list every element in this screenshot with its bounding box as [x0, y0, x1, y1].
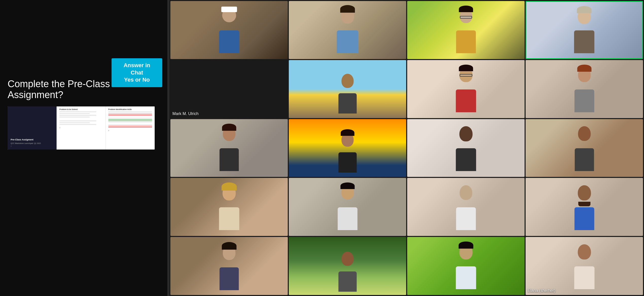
slide-right-line-10 — [108, 126, 152, 126]
presentation-panel: Answer in Chat Yes or No Complete the Pr… — [0, 0, 167, 296]
video-cell-3[interactable] — [407, 1, 525, 59]
video-cell-11[interactable] — [407, 119, 525, 177]
slide-line-6 — [59, 122, 90, 123]
slide-left-section: Pre-Class Assigment QCC Blackstone Launc… — [8, 106, 57, 150]
video-cell-16[interactable] — [526, 178, 643, 236]
slide-line-4 — [59, 117, 90, 118]
slide-section1-title: Problem to be Solved — [59, 108, 103, 110]
video-cell-2[interactable] — [289, 1, 406, 59]
video-cell-10[interactable] — [289, 119, 406, 177]
video-cell-13[interactable] — [170, 178, 288, 236]
video-cell-4[interactable] — [526, 1, 643, 59]
video-cell-12[interactable] — [526, 119, 643, 177]
slide-right-line-9 — [108, 124, 152, 125]
video-cell-20[interactable]: Elana (she/her) — [526, 237, 643, 295]
presentation-area: Answer in Chat Yes or No Complete the Pr… — [0, 0, 167, 296]
slide-right-line-2 — [108, 113, 152, 113]
video-cell-8[interactable] — [526, 60, 643, 118]
slide-line-2 — [59, 113, 90, 114]
slide-line-7 — [59, 124, 96, 125]
answer-chat-line1: Answer in Chat — [123, 62, 150, 76]
video-cell-1[interactable] — [170, 1, 288, 59]
slide-page-num: 2 — [11, 145, 12, 147]
slide-right-line-11 — [108, 127, 152, 128]
slide-line-5 — [59, 120, 96, 121]
slide-right-section: Problem Identification Aclib 3 — [106, 106, 155, 150]
panel-divider — [167, 0, 169, 296]
slide-line-3 — [59, 115, 96, 116]
slide-right-line-1 — [108, 111, 152, 112]
participant-name-mark: Mark M. Ulrich — [172, 112, 199, 116]
slide-line-1 — [59, 111, 96, 112]
slide-thumbnail: Pre-Class Assigment QCC Blackstone Launc… — [8, 106, 155, 150]
video-cell-18[interactable] — [289, 237, 406, 295]
slide-right-line-3 — [108, 114, 152, 115]
video-grid: Mark M. Ulrich — [169, 0, 644, 296]
slide-left-sub: QCC Blackstone Launchpad: Q1 2022 — [11, 142, 41, 144]
slide-right-line-6 — [108, 119, 152, 120]
video-cell-6[interactable] — [289, 60, 406, 118]
video-cell-17[interactable] — [170, 237, 288, 295]
question-text: Complete the Pre-Class Assignment? — [8, 79, 155, 100]
video-cell-14[interactable] — [289, 178, 406, 236]
video-cell-9[interactable] — [170, 119, 288, 177]
video-cell-7[interactable] — [407, 60, 525, 118]
slide-left-title: Pre-Class Assigment — [11, 138, 33, 141]
slide-section2-title: Problem Identification Aclib — [108, 108, 152, 110]
slide-middle-section: Problem to be Solved 2 — [57, 106, 105, 150]
slide-right-line-7 — [108, 120, 152, 121]
video-cell-5[interactable]: Mark M. Ulrich — [170, 60, 288, 118]
video-cell-19[interactable] — [407, 237, 525, 295]
participant-name-elana: Elana (she/her) — [528, 288, 555, 293]
slide-right-line-4 — [108, 115, 152, 116]
slide-right-line-8 — [108, 122, 152, 122]
slide-right-line-5 — [108, 118, 152, 119]
video-cell-15[interactable] — [407, 178, 525, 236]
